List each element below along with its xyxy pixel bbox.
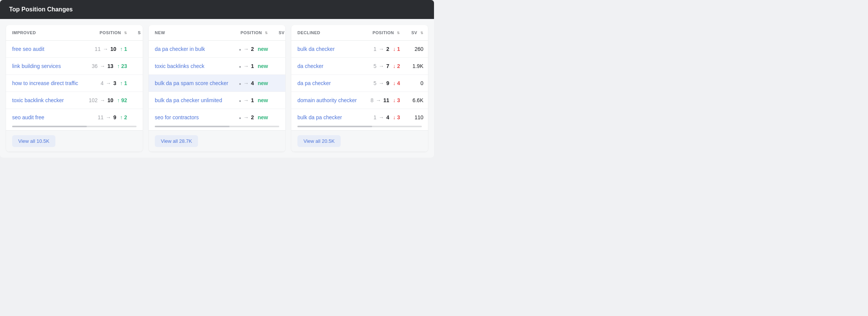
- pos-new: 13: [107, 63, 113, 69]
- new-row: da pa checker in bulk ● → 2 new: [149, 41, 285, 58]
- improved-keyword-link[interactable]: how to increase direct traffic: [12, 80, 78, 86]
- declined-footer: View all 20.5K: [291, 130, 428, 152]
- declined-sv-sort-icon: ⇅: [420, 31, 424, 35]
- improved-position-cell: 4 → 3 ↑ 1: [83, 75, 132, 92]
- improved-header-row: IMPROVED POSITION ⇅ S: [6, 25, 143, 41]
- improved-sv-cell: [132, 41, 143, 58]
- improved-keyword-cell: toxic backlink checker: [6, 92, 83, 109]
- new-position-cell: ● → 2 new: [233, 41, 273, 58]
- new-scrollbar[interactable]: [155, 126, 279, 127]
- improved-keyword-link[interactable]: seo audit free: [12, 114, 44, 120]
- declined-scrollbar[interactable]: [297, 126, 422, 127]
- new-badge: new: [258, 97, 268, 103]
- page-title: Top Position Changes: [9, 6, 73, 13]
- declined-keyword-cell: da pa checker: [291, 75, 363, 92]
- improved-row: how to increase direct traffic 4 → 3 ↑ 1: [6, 75, 143, 92]
- declined-col-position[interactable]: POSITION ⇅: [363, 25, 405, 41]
- pos-arrow-icon: →: [244, 46, 250, 52]
- declined-position-cell: 5 → 7 ↓ 2: [363, 58, 405, 75]
- new-position-cell: ● → 1 new: [233, 92, 273, 109]
- new-keyword-cell: seo for contractors: [149, 109, 233, 126]
- pos-arrow-icon: →: [100, 97, 105, 103]
- new-header-row: NEW POSITION ⇅ SV: [149, 25, 285, 41]
- pos-from: 5: [374, 63, 377, 69]
- pos-new: 4: [251, 80, 254, 86]
- pos-from: 5: [374, 80, 377, 86]
- pos-arrow-icon: →: [106, 114, 111, 120]
- new-position-cell: ● → 1 new: [233, 58, 273, 75]
- new-keyword-cell: bulk da pa checker unlimited: [149, 92, 233, 109]
- declined-row: bulk da checker 1 → 2 ↓ 1 260: [291, 41, 428, 58]
- pos-from: 1: [374, 114, 377, 120]
- new-sv-cell: [273, 75, 285, 92]
- new-keyword-link[interactable]: da pa checker in bulk: [155, 46, 205, 52]
- declined-keyword-link[interactable]: bulk da pa checker: [297, 114, 342, 120]
- new-keyword-link[interactable]: toxic backlinks check: [155, 63, 204, 69]
- improved-table-wrapper: IMPROVED POSITION ⇅ S free seo audit 11 …: [6, 25, 143, 126]
- new-keyword-cell: toxic backlinks check: [149, 58, 233, 75]
- new-badge: new: [258, 114, 268, 120]
- pos-new: 2: [386, 46, 389, 52]
- pos-arrow-icon: →: [379, 63, 384, 69]
- declined-col-sv[interactable]: SV ⇅: [405, 25, 428, 41]
- new-scrollbar-thumb: [155, 126, 230, 127]
- change-down-indicator: ↓ 3: [393, 97, 400, 103]
- new-col-sv: SV: [273, 25, 285, 41]
- pos-new: 10: [107, 97, 113, 103]
- pos-new: 10: [110, 46, 116, 52]
- improved-sv-cell: [132, 92, 143, 109]
- declined-row: da pa checker 5 → 9 ↓ 4 0: [291, 75, 428, 92]
- improved-table: IMPROVED POSITION ⇅ S free seo audit 11 …: [6, 25, 143, 126]
- pos-arrow-icon: →: [100, 63, 105, 69]
- declined-position-cell: 5 → 9 ↓ 4: [363, 75, 405, 92]
- new-col-position[interactable]: POSITION ⇅: [233, 25, 273, 41]
- new-keyword-link[interactable]: bulk da pa spam score checker: [155, 80, 228, 86]
- declined-keyword-link[interactable]: bulk da checker: [297, 46, 335, 52]
- improved-keyword-cell: seo audit free: [6, 109, 83, 126]
- pos-arrow-icon: →: [379, 80, 384, 86]
- change-up-indicator: ↑ 1: [120, 46, 127, 52]
- pos-new: 9: [386, 80, 389, 86]
- dot-icon: ●: [239, 116, 241, 120]
- improved-row: link building services 36 → 13 ↑ 23: [6, 58, 143, 75]
- new-footer: View all 28.7K: [149, 130, 285, 152]
- declined-keyword-link[interactable]: da pa checker: [297, 80, 331, 86]
- improved-keyword-link[interactable]: toxic backlink checker: [12, 97, 64, 103]
- improved-position-cell: 11 → 10 ↑ 1: [83, 41, 132, 58]
- pos-arrow-icon: →: [106, 80, 111, 86]
- improved-scrollbar[interactable]: [12, 126, 137, 127]
- declined-position-sort-icon: ⇅: [397, 31, 400, 35]
- improved-panel: IMPROVED POSITION ⇅ S free seo audit 11 …: [6, 25, 143, 152]
- new-sv-cell: [273, 58, 285, 75]
- new-table-wrapper: NEW POSITION ⇅ SV da pa checker in bulk …: [149, 25, 285, 126]
- pos-arrow-icon: →: [244, 80, 250, 86]
- improved-position-cell: 102 → 10 ↑ 92: [83, 92, 132, 109]
- pos-new: 1: [251, 97, 254, 103]
- improved-view-all-button[interactable]: View all 10.5K: [12, 135, 55, 147]
- declined-table: DECLINED POSITION ⇅ SV ⇅ bulk da checker: [291, 25, 428, 126]
- pos-arrow-icon: →: [379, 114, 384, 120]
- new-sv-cell: [273, 41, 285, 58]
- new-keyword-link[interactable]: bulk da pa checker unlimited: [155, 97, 222, 103]
- declined-keyword-cell: domain authority checker: [291, 92, 363, 109]
- new-panel: NEW POSITION ⇅ SV da pa checker in bulk …: [149, 25, 285, 152]
- improved-col-position[interactable]: POSITION ⇅: [83, 25, 132, 41]
- declined-keyword-link[interactable]: da checker: [297, 63, 323, 69]
- declined-view-all-button[interactable]: View all 20.5K: [297, 135, 341, 147]
- pos-new: 2: [251, 46, 254, 52]
- new-keyword-link[interactable]: seo for contractors: [155, 114, 199, 120]
- new-position-cell: ● → 4 new: [233, 75, 273, 92]
- improved-sv-cell: [132, 58, 143, 75]
- improved-keyword-cell: free seo audit: [6, 41, 83, 58]
- declined-keyword-link[interactable]: domain authority checker: [297, 97, 357, 103]
- pos-new: 1: [251, 63, 254, 69]
- declined-panel: DECLINED POSITION ⇅ SV ⇅ bulk da checker: [291, 25, 428, 152]
- declined-row: da checker 5 → 7 ↓ 2 1.9K: [291, 58, 428, 75]
- declined-row: bulk da pa checker 1 → 4 ↓ 3 110: [291, 109, 428, 126]
- pos-from: 102: [89, 97, 97, 103]
- new-view-all-button[interactable]: View all 28.7K: [155, 135, 198, 147]
- pos-arrow-icon: →: [244, 114, 250, 120]
- improved-keyword-link[interactable]: link building services: [12, 63, 61, 69]
- improved-keyword-link[interactable]: free seo audit: [12, 46, 44, 52]
- improved-position-cell: 11 → 9 ↑ 2: [83, 109, 132, 126]
